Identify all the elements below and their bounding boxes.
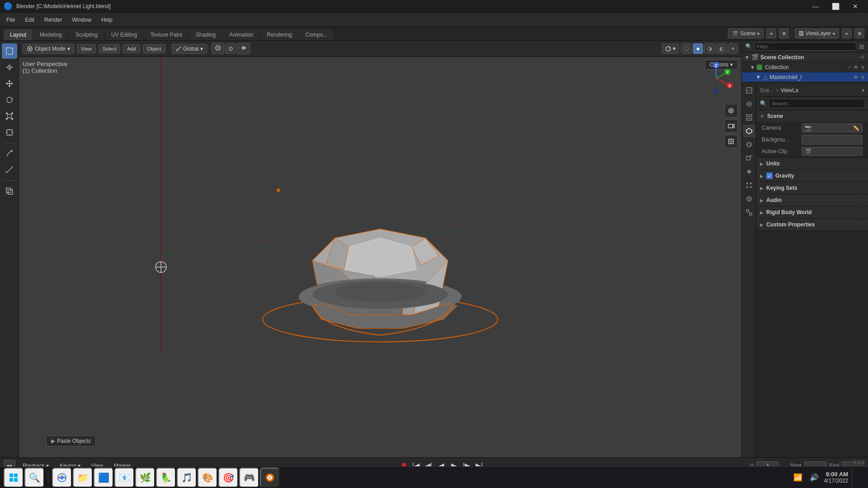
taskbar-store[interactable]: 🟦 [94, 468, 113, 488]
particles-props-icon[interactable] [743, 179, 755, 192]
rigid-body-world-header[interactable]: ▶ Rigid Body World ⋮⋮ [756, 206, 868, 218]
taskbar-blender[interactable] [260, 468, 280, 488]
camera-value[interactable]: 📷 ✏️ [802, 123, 863, 132]
masterchief-row[interactable]: ▼ △ Masterchief_l 👁 🖱 [742, 72, 868, 82]
modifier-props-icon[interactable] [743, 165, 755, 178]
background-value[interactable] [802, 135, 863, 145]
material-preview-mode[interactable]: ◑ [704, 43, 715, 54]
view-layer-props-icon[interactable] [743, 111, 755, 124]
tab-uv-editing[interactable]: UV Editing [105, 29, 143, 40]
tab-layout[interactable]: Layout [4, 29, 33, 40]
pivot-point[interactable] [237, 43, 250, 54]
tab-compositing[interactable]: Compo... [299, 29, 334, 40]
add-cube-tool[interactable] [2, 183, 17, 199]
minimize-button[interactable]: — [807, 0, 825, 13]
menu-edit[interactable]: Edit [20, 15, 39, 25]
tab-modeling[interactable]: Modeling [33, 29, 68, 40]
taskbar-network-icon[interactable]: 📶 [792, 471, 804, 483]
breadcrumb-expand[interactable]: ▾ [862, 87, 864, 94]
rendered-mode[interactable]: ◐ [716, 43, 727, 54]
breadcrumb-viewlayer[interactable]: ViewLa [781, 87, 798, 94]
property-search-input[interactable] [769, 99, 864, 108]
tab-rendering[interactable]: Rendering [260, 29, 298, 40]
snap-toggle[interactable] [212, 43, 224, 54]
render-props-icon[interactable] [743, 84, 755, 97]
remove-scene-button[interactable]: ✕ [779, 28, 789, 38]
taskbar-volume-icon[interactable]: 🔊 [808, 471, 821, 483]
breadcrumb-scene[interactable]: Sce... [760, 87, 774, 94]
system-clock[interactable]: 9:00 AM 4/17/2022 [824, 471, 848, 484]
select-menu[interactable]: Select [99, 44, 121, 53]
scene-dropdown[interactable]: 🎬 Scene ▾ [728, 28, 764, 38]
units-section-header[interactable]: ▶ Units ⋮⋮ [756, 158, 868, 169]
viewport-canvas[interactable]: ▶ Paste Objects [19, 57, 741, 457]
taskbar-app2[interactable]: 🦜 [156, 468, 176, 488]
units-section: ▶ Units ⋮⋮ [756, 158, 868, 170]
menu-render[interactable]: Render [40, 15, 66, 25]
close-button[interactable]: ✕ [846, 0, 864, 13]
search-taskbar-button[interactable]: 🔍 [24, 468, 44, 488]
taskbar-app5[interactable]: 🎯 [218, 468, 238, 488]
camera-edit-icon[interactable]: ✏️ [853, 125, 859, 131]
world-props-icon[interactable] [743, 138, 755, 151]
audio-section-header[interactable]: ▶ Audio ⋮⋮ [756, 194, 868, 206]
taskbar-mail[interactable]: 📧 [114, 468, 134, 488]
menu-file[interactable]: File [2, 15, 19, 25]
proportional-edit[interactable]: ⊙ [225, 43, 236, 54]
scale-tool[interactable] [2, 108, 17, 124]
svg-point-36 [217, 47, 219, 49]
output-props-icon[interactable] [743, 98, 755, 110]
taskbar-explorer[interactable]: 📁 [73, 468, 93, 488]
viewport-shading-options[interactable]: ▾ [662, 43, 679, 54]
tab-shading[interactable]: Shading [189, 29, 222, 40]
taskbar-app1[interactable]: 🌿 [135, 468, 155, 488]
tab-sculpting[interactable]: Sculpting [69, 29, 104, 40]
tab-texture-paint[interactable]: Texture Paint [144, 29, 189, 40]
custom-properties-header[interactable]: ▶ Custom Properties ⋮⋮ [756, 219, 868, 230]
scene-section-header[interactable]: ▼ Scene ⋮⋮ [756, 110, 868, 122]
menu-window[interactable]: Window [67, 15, 96, 25]
object-props-icon[interactable] [743, 152, 755, 164]
remove-viewlayer-button[interactable]: ✕ [854, 28, 864, 38]
rotate-tool[interactable] [2, 92, 17, 108]
show-desktop-button[interactable] [852, 469, 864, 487]
mode-select[interactable]: Object Mode ▾ [23, 44, 74, 54]
shading-options[interactable]: ▾ [728, 43, 738, 54]
add-menu[interactable]: Add [123, 44, 140, 53]
tab-animation[interactable]: Animation [223, 29, 259, 40]
add-scene-button[interactable]: + [766, 28, 776, 38]
physics-props-icon[interactable] [743, 192, 755, 205]
constraints-props-icon[interactable] [743, 206, 755, 219]
annotate-tool[interactable] [2, 146, 17, 161]
transform-orientation[interactable]: Global ▾ [172, 44, 208, 54]
viewport[interactable]: Object Mode ▾ View Select Add Object Glo… [19, 41, 741, 457]
active-clip-value[interactable]: 🎬 [802, 147, 863, 156]
outliner-filter[interactable] [755, 42, 856, 51]
cursor-tool[interactable] [2, 60, 17, 75]
solid-mode[interactable]: ● [693, 43, 703, 54]
object-menu[interactable]: Object [143, 44, 165, 53]
scene-props-icon[interactable] [743, 125, 755, 137]
keying-sets-header[interactable]: ▶ Keying Sets ⋮⋮ [756, 182, 868, 194]
move-tool[interactable] [2, 76, 17, 91]
taskbar-app4[interactable]: 🎨 [198, 468, 217, 488]
gravity-checkbox[interactable]: ✓ [766, 173, 773, 179]
add-viewlayer-button[interactable]: + [842, 28, 852, 38]
view-menu[interactable]: View [77, 44, 96, 53]
select-tool[interactable] [2, 43, 17, 59]
taskbar-app3[interactable]: 🎵 [177, 468, 197, 488]
transform-tool[interactable] [2, 125, 17, 140]
start-button[interactable] [4, 468, 24, 488]
paste-objects-button[interactable]: ▶ Paste Objects [46, 436, 96, 446]
menu-help[interactable]: Help [97, 15, 117, 25]
maximize-button[interactable]: ⬜ [826, 0, 844, 13]
taskbar-chrome[interactable] [52, 468, 72, 488]
scene-collection-row[interactable]: ▼ 🎬 Scene Collection 👁 [742, 52, 868, 62]
wireframe-mode[interactable]: ⬡ [681, 43, 692, 54]
measure-tool[interactable] [2, 162, 17, 178]
outliner-filter-icon[interactable]: ⊞ [859, 43, 864, 50]
taskbar-xbox[interactable]: 🎮 [239, 468, 259, 488]
gravity-section-header[interactable]: ▶ ✓ Gravity ⋮⋮ [756, 170, 868, 182]
viewlayer-dropdown[interactable]: 🖼 ViewLayer ▾ [795, 28, 839, 38]
collection-row[interactable]: ▼ Collection ✓ 👁 🖱 [742, 62, 868, 72]
